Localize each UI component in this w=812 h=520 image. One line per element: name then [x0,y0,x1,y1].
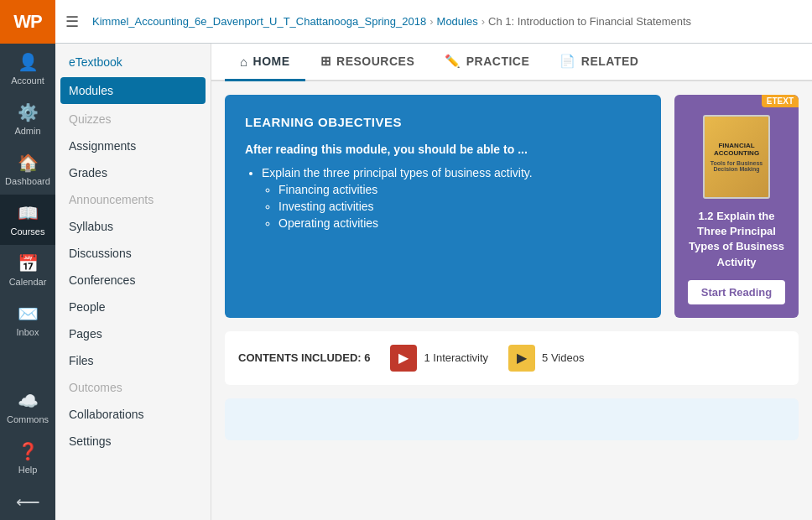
admin-label: Admin [14,126,40,136]
inbox-label: Inbox [17,327,39,337]
account-icon: 👤 [18,52,39,72]
sidebar-item-dashboard[interactable]: 🏠 Dashboard [0,144,55,195]
tab-related-label: RELATED [581,55,639,68]
main-area: ☰ Kimmel_Accounting_6e_Davenport_U_T_Cha… [55,0,812,520]
learning-objectives-intro: After reading this module, you should be… [245,143,641,156]
related-tab-icon: 📄 [560,54,576,69]
etext-heading: 1.2 Explain the Three Principal Types of… [674,209,799,280]
dashboard-icon: 🏠 [18,153,39,173]
interactive-icon: ▶ [390,345,417,372]
account-label: Account [11,75,44,86]
help-label: Help [18,465,38,475]
practice-tab-icon: ✏️ [445,54,461,69]
commons-label: Commons [7,414,49,424]
sidebar-item-announcements[interactable]: Announcements [55,186,211,213]
wp-logo: WP [13,11,41,33]
sidebar-item-etextbook[interactable]: eTextbook [55,49,211,75]
sidebar-item-people[interactable]: People [55,294,211,320]
sidebar-item-pages[interactable]: Pages [55,320,211,347]
wp-logo-container: WP [0,0,55,44]
course-sidebar: eTextbook Modules Quizzes Assignments Gr… [55,44,211,520]
inbox-icon: ✉️ [18,304,39,324]
sidebar-item-quizzes[interactable]: Quizzes [55,106,211,133]
etext-book-cover: FINANCIAL ACCOUNTING Tools for Business … [703,115,770,199]
sidebar-item-conferences[interactable]: Conferences [55,267,211,294]
courses-label: Courses [11,226,45,237]
tab-bar: ⌂ HOME ⊞ RESOURCES ✏️ PRACTICE 📄 RELATED [211,44,812,81]
learning-obj-sub-list: Financing activities Investing activitie… [262,183,641,230]
learning-objectives-list: Explain the three principal types of bus… [245,166,641,230]
content-item-interactive: ▶ 1 Interactivity [390,345,488,372]
learning-objectives-title: LEARNING OBJECTIVES [245,115,641,129]
sidebar-item-commons[interactable]: ☁️ Commons [3,382,52,433]
collapse-icon: ⟵ [16,491,40,512]
sidebar-item-grades[interactable]: Grades [55,159,211,186]
breadcrumb: Kimmel_Accounting_6e_Davenport_U_T_Chatt… [92,15,691,28]
sidebar-item-account[interactable]: 👤 Account [0,44,55,94]
tab-resources-label: RESOURCES [336,55,414,68]
module-area: LEARNING OBJECTIVES After reading this m… [211,81,812,520]
tab-related[interactable]: 📄 RELATED [544,44,653,81]
sidebar-item-help[interactable]: ❓ Help [3,433,52,483]
start-reading-button[interactable]: Start Reading [688,280,786,304]
etext-badge: ETEXT [762,95,799,107]
bottom-card [225,398,799,440]
sidebar-item-calendar[interactable]: 📅 Calendar [0,245,55,295]
calendar-icon: 📅 [18,253,39,273]
contents-title: CONTENTS INCLUDED: 6 [238,351,370,364]
tab-resources[interactable]: ⊞ RESOURCES [305,44,430,81]
hamburger-menu[interactable]: ☰ [65,13,79,31]
videos-icon: ▶ [508,345,535,372]
learning-obj-sub-item-1: Investing activities [278,200,641,213]
sidebar-item-files[interactable]: Files [55,347,211,374]
sidebar-item-settings[interactable]: Settings [55,428,211,455]
videos-label: 5 Videos [542,351,584,364]
tab-home-label: HOME [253,55,290,68]
admin-icon: ⚙️ [18,102,39,122]
book-title: FINANCIAL ACCOUNTING [708,142,765,157]
sidebar-item-collaborations[interactable]: Collaborations [55,401,211,428]
book-subtitle: Tools for Business Decision Making [708,160,765,172]
learning-obj-main-item: Explain the three principal types of bus… [262,166,641,179]
breadcrumb-sep2: › [481,15,485,28]
interactive-label: 1 Interactivity [424,351,488,364]
sidebar-item-courses[interactable]: 📖 Courses [0,195,55,245]
commons-icon: ☁️ [18,391,39,411]
tab-practice-label: PRACTICE [466,55,530,68]
learning-obj-sub-item-0: Financing activities [278,183,641,196]
top-bar: ☰ Kimmel_Accounting_6e_Davenport_U_T_Cha… [55,0,812,44]
page-content: ⌂ HOME ⊞ RESOURCES ✏️ PRACTICE 📄 RELATED [211,44,812,520]
learning-objectives-card: LEARNING OBJECTIVES After reading this m… [225,95,661,318]
courses-icon: 📖 [18,203,39,223]
breadcrumb-modules[interactable]: Modules [437,15,478,28]
sidebar-item-modules[interactable]: Modules [60,77,206,104]
breadcrumb-sep1: › [429,15,433,28]
dashboard-label: Dashboard [5,176,50,186]
sidebar-item-admin[interactable]: ⚙️ Admin [0,94,55,144]
sidebar-item-assignments[interactable]: Assignments [55,133,211,159]
icon-navigation: WP 👤 Account ⚙️ Admin 🏠 Dashboard 📖 Cour… [0,0,55,520]
content-item-videos: ▶ 5 Videos [508,345,584,372]
resources-tab-icon: ⊞ [320,54,332,69]
help-icon: ❓ [18,441,39,461]
sidebar-item-syllabus[interactable]: Syllabus [55,213,211,240]
sidebar-item-discussions[interactable]: Discussions [55,240,211,267]
tab-home[interactable]: ⌂ HOME [225,44,305,81]
content-wrapper: eTextbook Modules Quizzes Assignments Gr… [55,44,812,520]
module-inner: LEARNING OBJECTIVES After reading this m… [225,95,799,318]
tab-practice[interactable]: ✏️ PRACTICE [429,44,544,81]
breadcrumb-course[interactable]: Kimmel_Accounting_6e_Davenport_U_T_Chatt… [92,15,426,28]
etext-card: ETEXT FINANCIAL ACCOUNTING Tools for Bus… [674,95,799,318]
sidebar-collapse-button[interactable]: ⟵ [3,483,52,520]
sidebar-item-inbox[interactable]: ✉️ Inbox [0,295,55,346]
home-tab-icon: ⌂ [240,55,248,69]
calendar-label: Calendar [9,277,47,287]
contents-card: CONTENTS INCLUDED: 6 ▶ 1 Interactivity ▶… [225,331,799,385]
learning-obj-sub-item-2: Operating activities [278,216,641,230]
sidebar-item-outcomes[interactable]: Outcomes [55,374,211,401]
breadcrumb-page: Ch 1: Introduction to Financial Statemen… [488,15,691,28]
